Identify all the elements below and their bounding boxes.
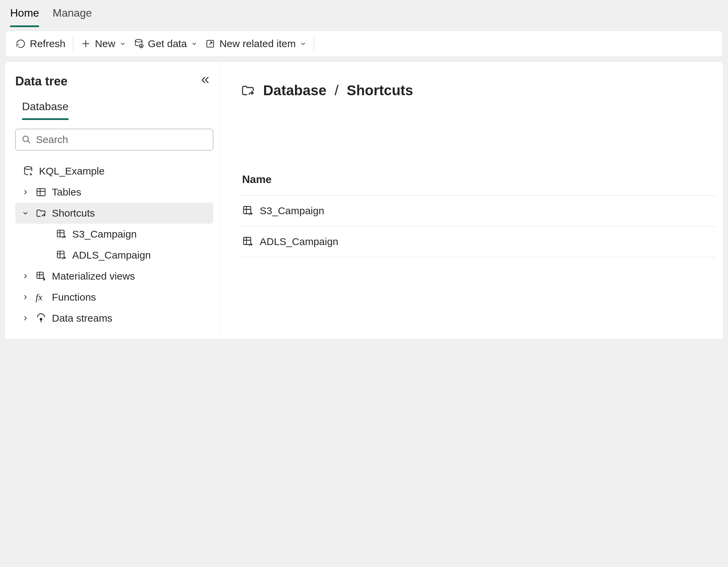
svg-rect-5 (37, 188, 45, 196)
table-shortcut-icon (242, 236, 254, 247)
breadcrumb-shortcuts: Shortcuts (347, 82, 413, 99)
chevron-right-icon (22, 315, 29, 322)
search-input[interactable] (36, 134, 207, 145)
table-header-name[interactable]: Name (241, 166, 716, 196)
get-data-label: Get data (148, 38, 187, 49)
materialized-view-icon (36, 271, 46, 282)
tree-node-tables[interactable]: Tables (15, 182, 213, 203)
tree-node-label: Shortcuts (52, 207, 95, 219)
new-button[interactable]: New (81, 38, 126, 49)
chevron-right-icon (22, 272, 29, 280)
chevron-down-icon (119, 40, 126, 47)
tree-shortcut-label: S3_Campaign (72, 228, 137, 240)
tree-node-label: Materialized views (52, 270, 135, 282)
table-row[interactable]: S3_Campaign (241, 196, 716, 226)
table-shortcut-icon (56, 229, 67, 240)
table-shortcut-icon (56, 250, 67, 261)
sidebar-header: Data tree (15, 72, 213, 90)
toolbar-separator (314, 37, 314, 50)
tab-manage[interactable]: Manage (53, 7, 92, 27)
sidebar-title: Data tree (15, 74, 67, 88)
chevron-down-icon (22, 209, 29, 217)
table-cell-name: S3_Campaign (260, 205, 324, 217)
tree-node-label: Functions (52, 291, 96, 303)
sidebar-tab-database[interactable]: Database (22, 100, 68, 120)
table-shortcut-icon (242, 205, 254, 217)
breadcrumb-database[interactable]: Database (263, 82, 327, 99)
svg-rect-10 (243, 206, 251, 214)
tree-node-label: Data streams (52, 312, 112, 324)
top-tabs: Home Manage (0, 0, 728, 27)
search-box[interactable] (15, 129, 213, 150)
database-icon (23, 166, 34, 177)
folder-shortcut-icon (36, 208, 46, 219)
tree-node-shortcuts[interactable]: Shortcuts (15, 203, 213, 224)
svg-rect-6 (57, 230, 64, 237)
svg-point-3 (23, 136, 28, 142)
table-row[interactable]: ADLS_Campaign (241, 226, 716, 257)
get-data-button[interactable]: Get data (134, 38, 198, 49)
tree-root-label: KQL_Example (39, 165, 104, 177)
tab-home[interactable]: Home (10, 7, 39, 27)
tree-node-data-streams[interactable]: Data streams (15, 308, 213, 329)
open-external-icon (205, 39, 215, 49)
refresh-icon (16, 39, 26, 49)
chevron-double-left-icon (200, 74, 211, 86)
tree-node-functions[interactable]: fx Functions (15, 287, 213, 308)
svg-point-4 (24, 167, 32, 169)
refresh-label: Refresh (30, 38, 65, 49)
svg-rect-7 (57, 251, 64, 258)
svg-rect-8 (37, 272, 43, 279)
chevron-down-icon (191, 40, 198, 47)
tree-shortcut-item[interactable]: S3_Campaign (15, 224, 213, 245)
table-icon (36, 187, 46, 198)
function-icon: fx (36, 292, 46, 303)
table-cell-name: ADLS_Campaign (260, 236, 338, 247)
folder-shortcut-icon (241, 83, 255, 98)
toolbar: Refresh New Get data New related item (5, 31, 723, 57)
tree-shortcut-label: ADLS_Campaign (72, 249, 151, 261)
new-related-label: New related item (219, 38, 296, 49)
new-related-button[interactable]: New related item (205, 38, 307, 49)
content-panel: Database / Shortcuts Name S3_Campaign AD… (220, 62, 723, 339)
breadcrumb: Database / Shortcuts (241, 82, 716, 99)
toolbar-separator (73, 37, 73, 50)
data-stream-icon (36, 313, 46, 324)
breadcrumb-separator: / (335, 82, 339, 99)
chevron-right-icon (22, 293, 29, 301)
plus-icon (81, 39, 91, 49)
tree-node-materialized-views[interactable]: Materialized views (15, 266, 213, 287)
database-download-icon (134, 39, 144, 49)
svg-point-9 (40, 318, 42, 320)
main-layout: Data tree Database KQL_Example (5, 62, 723, 339)
new-label: New (95, 38, 115, 49)
collapse-sidebar-button[interactable] (198, 72, 213, 90)
search-icon (22, 135, 31, 144)
chevron-right-icon (22, 188, 29, 196)
tree-node-label: Tables (52, 186, 81, 198)
refresh-button[interactable]: Refresh (16, 38, 65, 49)
svg-point-0 (135, 40, 142, 42)
tree-root-database[interactable]: KQL_Example (15, 161, 213, 182)
chevron-down-icon (300, 40, 307, 47)
sidebar: Data tree Database KQL_Example (5, 62, 220, 339)
svg-rect-11 (243, 237, 251, 244)
tree-shortcut-item[interactable]: ADLS_Campaign (15, 245, 213, 266)
